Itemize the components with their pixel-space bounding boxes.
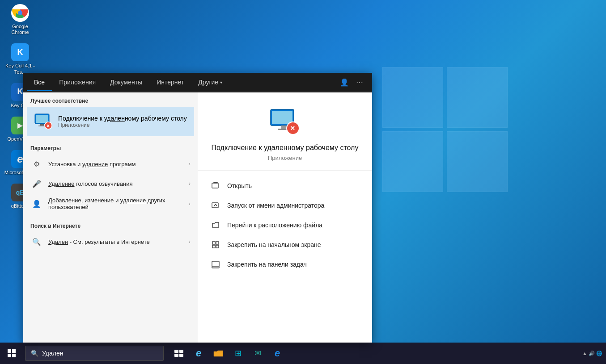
svg-rect-29 [174, 354, 178, 357]
internet-section: Поиск в Интернете 🔍 Удален - См. результ… [23, 218, 198, 251]
chevron-right-icon-2: › [189, 180, 191, 187]
chevron-right-icon: › [189, 161, 191, 167]
action-run-as-admin[interactable]: Запуск от имени администратора [207, 196, 363, 215]
settings-section: Параметры ⚙ Установка и удаление програм… [23, 140, 198, 214]
svg-rect-28 [179, 350, 183, 353]
svg-rect-5 [40, 124, 44, 126]
desktop: Google Chrome K Key Coll 4.1 - Tes... K … [0, 0, 606, 364]
desktop-icon-keycoll1[interactable]: K Key Coll 4.1 - Tes... [2, 42, 38, 76]
svg-point-2 [18, 11, 22, 15]
settings-item-add-remove-users[interactable]: 👤 Добавление, изменение и удаление други… [23, 193, 198, 214]
taskbar-store[interactable]: ⊞ [228, 343, 248, 364]
person-settings-icon: 👤 [30, 197, 43, 210]
taskbar-ie[interactable]: e [267, 343, 287, 364]
taskbar-search-bar[interactable]: 🔍 [25, 346, 164, 361]
taskbar-task-view[interactable] [169, 343, 189, 364]
settings-header: Параметры [23, 140, 198, 154]
svg-rect-20 [216, 245, 219, 248]
svg-rect-23 [8, 349, 11, 353]
action-pin-start[interactable]: Закрепить на начальном экране [207, 235, 363, 255]
search-input[interactable] [42, 350, 158, 357]
tab-all[interactable]: Все [27, 74, 52, 90]
folder-icon [210, 220, 221, 230]
open-icon [210, 180, 221, 191]
menu-tab-icon-group: 👤 ⋯ [335, 76, 369, 88]
admin-icon [210, 200, 221, 211]
pin-taskbar-icon [210, 259, 221, 270]
taskbar-clock: ▲ 🔊 🌐 [582, 351, 602, 356]
tab-other[interactable]: Другие ▾ [191, 74, 229, 90]
gear-icon: ⚙ [30, 158, 43, 170]
action-open-label: Открыть [227, 182, 252, 189]
chevron-down-icon: ▾ [220, 80, 222, 85]
search-icon: 🔍 [31, 350, 38, 357]
best-match-title: Подключение к удаленному рабочему столу [58, 115, 187, 122]
svg-rect-10 [272, 111, 292, 124]
action-file-location[interactable]: Перейти к расположению файла [207, 215, 363, 235]
settings-item-add-remove-users-label: Добавление, изменение и удаление других … [48, 197, 189, 210]
taskbar-explorer[interactable] [208, 343, 228, 364]
keycoll1-icon: K [11, 43, 29, 61]
internet-search-label: Удален - См. результаты в Интернете [48, 238, 189, 245]
start-menu: Все Приложения Документы Интернет Другие… [23, 73, 372, 343]
tab-internet[interactable]: Интернет [149, 74, 191, 90]
start-button[interactable] [0, 343, 23, 364]
settings-item-install-remove[interactable]: ⚙ Установка и удаление программ › [23, 154, 198, 174]
taskbar-right: ▲ 🔊 🌐 [582, 351, 606, 356]
action-file-location-label: Перейти к расположению файла [227, 222, 322, 229]
chrome-icon-label: Google Chrome [4, 24, 36, 35]
tab-apps[interactable]: Приложения [52, 74, 103, 90]
svg-rect-21 [212, 261, 219, 266]
svg-rect-27 [174, 350, 178, 353]
svg-rect-26 [12, 354, 16, 357]
desktop-icon-chrome[interactable]: Google Chrome [2, 2, 38, 37]
menu-body: Лучшее соответствие × [23, 92, 372, 343]
person-icon[interactable]: 👤 [338, 76, 351, 88]
svg-rect-24 [12, 349, 16, 353]
pin-start-icon [210, 239, 221, 250]
action-open[interactable]: Открыть [207, 176, 363, 196]
app-detail-type: Приложение [268, 155, 302, 161]
app-detail-title: Подключение к удаленному рабочему столу [212, 143, 359, 153]
taskbar-app-icons: e ⊞ ✉ e [169, 343, 287, 364]
taskbar-edge[interactable]: e [189, 343, 208, 364]
menu-left-panel: Лучшее соответствие × [23, 92, 198, 343]
svg-rect-4 [36, 115, 48, 123]
svg-rect-30 [179, 354, 183, 357]
more-options-icon[interactable]: ⋯ [354, 76, 365, 88]
search-tabs: Все Приложения Документы Интернет Другие… [23, 73, 372, 92]
tab-docs[interactable]: Документы [103, 74, 149, 90]
search-web-icon: 🔍 [30, 235, 43, 248]
svg-rect-22 [212, 266, 219, 268]
best-match-text: Подключение к удаленному рабочему столу … [58, 115, 187, 128]
best-match-subtitle: Приложение [58, 122, 187, 128]
action-run-as-admin-label: Запуск от имени администратора [227, 202, 324, 209]
internet-search-item[interactable]: 🔍 Удален - См. результаты в Интернете › [23, 232, 198, 251]
action-pin-taskbar[interactable]: Закрепить на панели задач [207, 255, 363, 274]
svg-rect-25 [8, 354, 11, 357]
taskbar-mail[interactable]: ✉ [248, 343, 267, 364]
chrome-icon [11, 4, 29, 22]
windows-logo-decoration [382, 67, 517, 201]
menu-right-panel: × Подключение к удаленному рабочему стол… [198, 92, 372, 343]
settings-item-remove-voices-label: Удаление голосов озвучивания [48, 180, 189, 187]
svg-rect-17 [212, 242, 215, 244]
internet-header: Поиск в Интернете [23, 218, 198, 232]
svg-rect-18 [216, 242, 219, 244]
app-detail-header: × Подключение к удаленному рабочему стол… [198, 92, 372, 171]
remote-desktop-icon: × [34, 112, 53, 131]
mic-icon: 🎤 [30, 177, 43, 190]
svg-rect-19 [212, 245, 215, 248]
svg-text:×: × [47, 123, 50, 129]
chevron-right-icon-4: › [189, 238, 191, 245]
app-detail-icon: × [269, 106, 301, 138]
svg-rect-15 [212, 183, 218, 188]
svg-text:×: × [290, 124, 295, 133]
settings-item-remove-voices[interactable]: 🎤 Удаление голосов озвучивания › [23, 174, 198, 193]
chevron-right-icon-3: › [189, 201, 191, 207]
taskbar: 🔍 e ⊞ ✉ e ▲ 🔊 � [0, 343, 606, 364]
settings-item-install-remove-label: Установка и удаление программ [48, 161, 189, 167]
action-pin-start-label: Закрепить на начальном экране [227, 241, 321, 248]
best-match-item[interactable]: × Подключение к удаленному рабочему стол… [27, 107, 194, 136]
app-actions-list: Открыть Запуск от имени администратора [198, 171, 372, 280]
